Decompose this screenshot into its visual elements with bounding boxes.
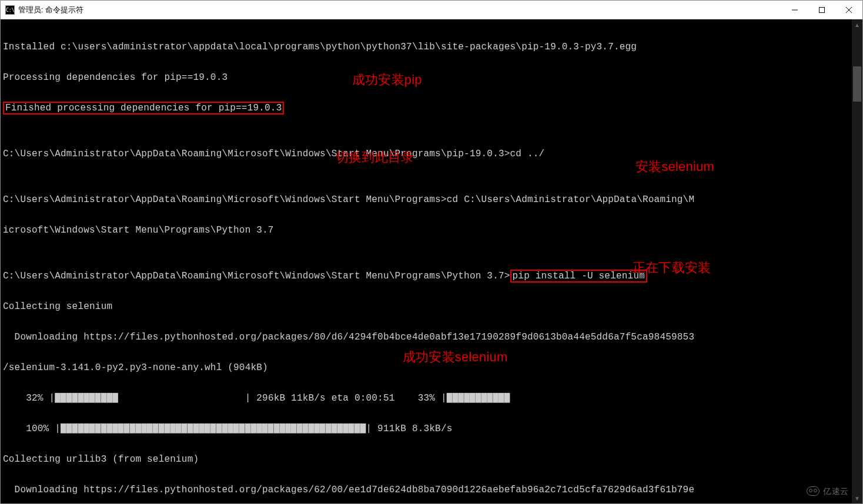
scroll-up-icon[interactable]: ▲ (852, 19, 862, 30)
scroll-thumb[interactable] (853, 66, 861, 102)
output-line: Finished processing dependencies for pip… (3, 100, 860, 116)
output-line: Installed c:\users\administrator\appdata… (3, 39, 860, 55)
highlight-pip-finished: Finished processing dependencies for pip… (3, 102, 284, 115)
output-line: Downloading https://files.pythonhosted.o… (3, 482, 860, 498)
vertical-scrollbar[interactable]: ▲ ▼ (852, 19, 862, 503)
output-line: C:\Users\Administrator\AppData\Roaming\M… (3, 192, 860, 207)
watermark-icon (807, 486, 819, 496)
output-line: C:\Users\Administrator\AppData\Roaming\M… (3, 146, 860, 162)
svg-rect-1 (819, 7, 825, 12)
command-cd-up: cd ../ (510, 149, 545, 159)
output-line: C:\Users\Administrator\AppData\Roaming\M… (3, 268, 860, 284)
output-line: /selenium-3.141.0-py2.py3-none-any.whl (… (3, 360, 860, 375)
annotation-install-selenium: 安装selenium (635, 159, 714, 174)
minimize-button[interactable] (781, 1, 808, 19)
progress-bar-icon: ███████████ (447, 393, 550, 404)
cmd-icon: C:\ (5, 5, 15, 15)
output-line: Downloading https://files.pythonhosted.o… (3, 330, 860, 345)
highlight-pip-install: pip install -U selenium (510, 270, 647, 283)
command-cd-path: cd C:\Users\Administrator\AppData\Roamin… (447, 194, 694, 205)
scroll-down-icon[interactable]: ▼ (852, 493, 862, 503)
watermark-text: 亿速云 (823, 483, 848, 499)
window-title: 管理员: 命令提示符 (18, 5, 83, 15)
window-controls (781, 1, 862, 19)
progress-line: 32% |███████████ | 296kB 11kB/s eta 0:00… (3, 391, 860, 406)
output-line: Processing dependencies for pip==19.0.3 (3, 70, 860, 85)
watermark: 亿速云 (807, 483, 848, 499)
titlebar[interactable]: C:\ 管理员: 命令提示符 (1, 1, 862, 19)
terminal-output[interactable]: Installed c:\users\administrator\appdata… (1, 19, 862, 503)
close-button[interactable] (835, 1, 862, 19)
progress-bar-icon: ███████████ (55, 393, 245, 404)
progress-bar-icon: ████████████████████████████████████████… (61, 424, 366, 434)
progress-line: 100% |██████████████████████████████████… (3, 421, 860, 436)
cmd-window: C:\ 管理员: 命令提示符 Installed c:\users\admini… (0, 0, 863, 504)
maximize-button[interactable] (808, 1, 835, 19)
output-line: Collecting selenium (3, 299, 860, 314)
output-line: Collecting urllib3 (from selenium) (3, 452, 860, 467)
output-line: icrosoft\Windows\Start Menu\Programs\Pyt… (3, 223, 860, 238)
